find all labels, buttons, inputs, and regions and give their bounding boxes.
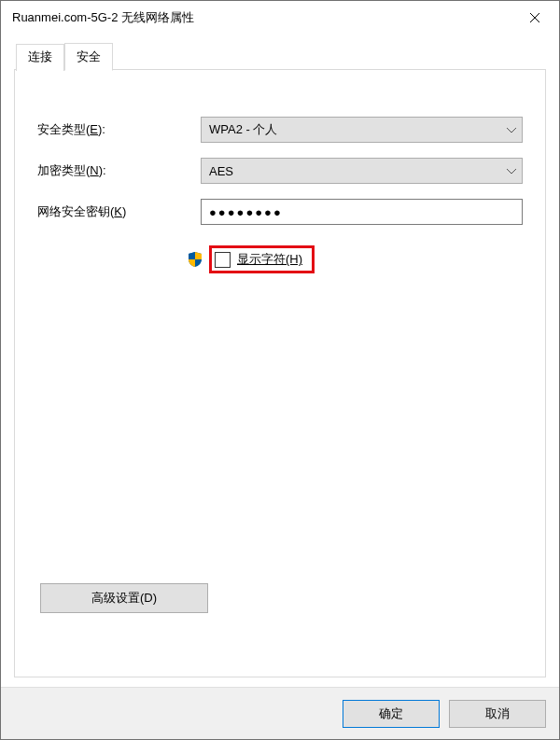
- row-show-characters: 显示字符(H): [187, 245, 523, 273]
- checkbox-show-characters[interactable]: [215, 252, 231, 268]
- tab-strip: 连接 安全: [16, 42, 546, 69]
- combo-encryption-type[interactable]: AES: [201, 158, 523, 184]
- tab-panel-security: 安全类型(E): WPA2 - 个人 加密类型(N): AES: [14, 69, 546, 677]
- row-network-key: 网络安全密钥(K) ●●●●●●●●: [37, 199, 523, 225]
- button-ok[interactable]: 确定: [343, 700, 440, 728]
- button-advanced-settings-label: 高级设置(D): [91, 590, 157, 607]
- input-network-key[interactable]: ●●●●●●●●: [201, 199, 523, 225]
- label-show-characters: 显示字符(H): [237, 251, 302, 268]
- row-security-type: 安全类型(E): WPA2 - 个人: [37, 117, 523, 143]
- titlebar: Ruanmei.com-5G-2 无线网络属性: [1, 1, 559, 35]
- button-advanced-settings[interactable]: 高级设置(D): [40, 583, 208, 613]
- combo-encryption-type-value: AES: [209, 164, 233, 178]
- tab-security[interactable]: 安全: [64, 43, 113, 71]
- tab-connect[interactable]: 连接: [16, 44, 64, 71]
- label-encryption-type: 加密类型(N):: [37, 162, 201, 179]
- button-cancel[interactable]: 取消: [449, 700, 546, 728]
- close-icon: [530, 13, 539, 22]
- shield-icon: [187, 251, 203, 268]
- label-security-type: 安全类型(E):: [37, 121, 201, 138]
- chevron-down-icon: [507, 166, 516, 176]
- dialog-footer: 确定 取消: [1, 687, 559, 739]
- combo-security-type-value: WPA2 - 个人: [209, 121, 277, 138]
- highlight-show-characters: 显示字符(H): [209, 245, 315, 273]
- input-network-key-value: ●●●●●●●●: [209, 205, 283, 219]
- label-network-key: 网络安全密钥(K): [37, 203, 201, 220]
- button-cancel-label: 取消: [485, 705, 510, 722]
- chevron-down-icon: [507, 125, 516, 135]
- row-encryption-type: 加密类型(N): AES: [37, 158, 523, 184]
- close-button[interactable]: [513, 4, 555, 32]
- combo-security-type[interactable]: WPA2 - 个人: [201, 117, 523, 143]
- dialog-body: 连接 安全 安全类型(E): WPA2 - 个人 加密类型(N):: [1, 35, 559, 687]
- dialog-window: Ruanmei.com-5G-2 无线网络属性 连接 安全 安全类型(E): W…: [0, 0, 560, 740]
- tabs-container: 连接 安全 安全类型(E): WPA2 - 个人 加密类型(N):: [14, 42, 546, 677]
- window-title: Ruanmei.com-5G-2 无线网络属性: [12, 9, 513, 26]
- button-ok-label: 确定: [379, 705, 403, 722]
